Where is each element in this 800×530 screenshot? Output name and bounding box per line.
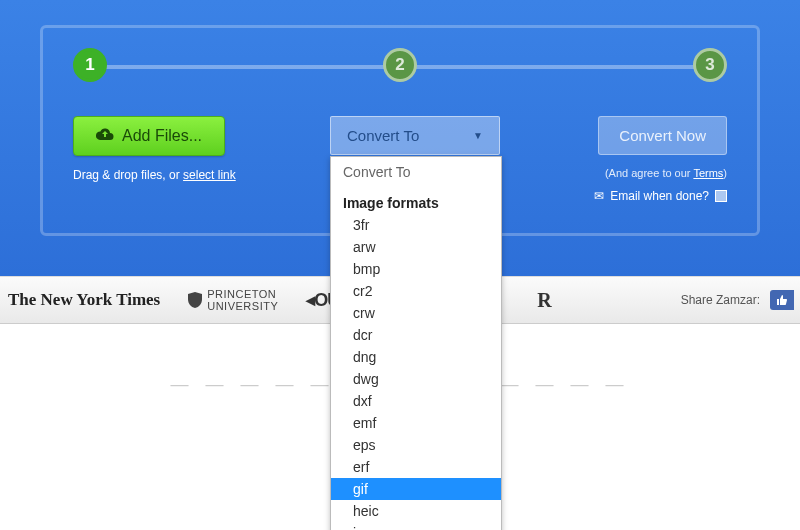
format-option-emf[interactable]: emf	[331, 412, 501, 434]
format-option-arw[interactable]: arw	[331, 236, 501, 258]
email-when-done-row: ✉ Email when done?	[594, 189, 727, 203]
brand-nyt: The New York Times	[8, 290, 160, 310]
format-option-erf[interactable]: erf	[331, 456, 501, 478]
stepper: 1 2 3	[73, 48, 727, 88]
thumbs-up-icon	[776, 294, 788, 306]
envelope-icon: ✉	[594, 189, 604, 203]
inner-panel: 1 2 3 Add Files... Drag & drop files, or…	[40, 25, 760, 236]
brand-r: R	[537, 289, 551, 312]
format-option-bmp[interactable]: bmp	[331, 258, 501, 280]
format-option-dwg[interactable]: dwg	[331, 368, 501, 390]
email-checkbox[interactable]	[715, 190, 727, 202]
dropdown-header: Convert To	[331, 157, 501, 187]
format-option-gif[interactable]: gif	[331, 478, 501, 500]
format-option-dng[interactable]: dng	[331, 346, 501, 368]
format-dropdown[interactable]: Convert To Image formats 3frarwbmpcr2crw…	[330, 156, 502, 530]
format-option-crw[interactable]: crw	[331, 302, 501, 324]
brand-princeton: PRINCETONUNIVERSITY	[188, 288, 278, 312]
format-option-cr2[interactable]: cr2	[331, 280, 501, 302]
convert-to-select[interactable]: Convert To ▼	[330, 116, 500, 155]
terms-link[interactable]: Terms	[693, 167, 723, 179]
terms-text: (And agree to our Terms)	[605, 167, 727, 179]
format-option-dxf[interactable]: dxf	[331, 390, 501, 412]
chevron-down-icon: ▼	[473, 130, 483, 141]
dropdown-group-label: Image formats	[331, 187, 501, 214]
format-option-ico[interactable]: ico	[331, 522, 501, 530]
select-link[interactable]: select link	[183, 168, 236, 182]
shield-icon	[188, 292, 202, 308]
facebook-like-button[interactable]	[770, 290, 794, 310]
upload-cloud-icon	[96, 127, 114, 145]
step-1: 1	[73, 48, 107, 82]
email-when-done-label: Email when done?	[610, 189, 709, 203]
format-option-dcr[interactable]: dcr	[331, 324, 501, 346]
convert-to-label: Convert To	[347, 127, 419, 144]
format-option-heic[interactable]: heic	[331, 500, 501, 522]
drag-drop-hint: Drag & drop files, or select link	[73, 168, 236, 182]
add-files-label: Add Files...	[122, 127, 202, 145]
add-files-button[interactable]: Add Files...	[73, 116, 225, 156]
share-row: Share Zamzar:	[681, 290, 794, 310]
step-3: 3	[693, 48, 727, 82]
share-label: Share Zamzar:	[681, 293, 760, 307]
conversion-panel: 1 2 3 Add Files... Drag & drop files, or…	[0, 0, 800, 276]
format-option-3fr[interactable]: 3fr	[331, 214, 501, 236]
convert-now-button[interactable]: Convert Now	[598, 116, 727, 155]
step-2: 2	[383, 48, 417, 82]
format-option-eps[interactable]: eps	[331, 434, 501, 456]
